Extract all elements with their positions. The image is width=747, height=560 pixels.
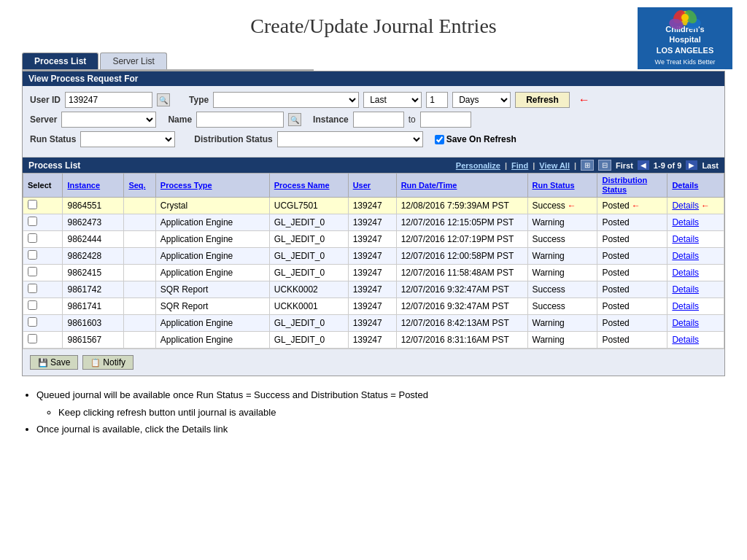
tab-server-list[interactable]: Server List [100, 52, 166, 69]
cell-dist-status: Posted [597, 298, 667, 315]
process-list-title: Process List [28, 160, 80, 171]
last-number-input[interactable] [426, 92, 448, 108]
cell-instance: 9861603 [63, 315, 124, 332]
cell-instance: 9861742 [63, 281, 124, 298]
days-select[interactable]: Days Hours Minutes [452, 92, 511, 108]
cell-details: Details← [667, 198, 724, 214]
filter-row-2: Server Name 🔍 Instance to [30, 112, 717, 128]
row-checkbox[interactable] [28, 250, 37, 260]
grid-icon-button[interactable]: ⊞ [581, 160, 594, 171]
cell-instance: 9861567 [63, 332, 124, 349]
row-checkbox[interactable] [28, 200, 37, 209]
details-link[interactable]: Details [672, 251, 699, 261]
details-link[interactable]: Details [672, 284, 699, 295]
th-user[interactable]: User [348, 174, 396, 198]
prev-page-button[interactable]: ◀ [638, 160, 649, 170]
th-process-type[interactable]: Process Type [155, 174, 269, 198]
distribution-status-select[interactable] [277, 131, 423, 147]
cell-seq [124, 231, 155, 248]
find-link[interactable]: Find [511, 161, 528, 170]
page-header: Create/Update Journal Entries Children's… [0, 0, 747, 45]
details-link[interactable]: Details [672, 201, 699, 211]
user-id-input[interactable] [65, 92, 152, 108]
th-details[interactable]: Details [667, 174, 724, 198]
cell-dist-status: Posted [597, 214, 667, 231]
cell-run-datetime: 12/07/2016 11:58:48AM PST [396, 265, 527, 281]
cell-run-datetime: 12/08/2016 7:59:39AM PST [396, 198, 527, 214]
row-checkbox[interactable] [28, 267, 37, 276]
filter-area: User ID 🔍 Type Crystal Application Engin… [23, 86, 724, 158]
row-checkbox[interactable] [28, 284, 37, 293]
cell-process-type: Application Engine [155, 315, 269, 332]
table-icon-button[interactable]: ⊟ [598, 160, 611, 171]
run-status-arrow: ← [568, 201, 576, 211]
personalize-link[interactable]: Personalize [456, 161, 500, 170]
th-select[interactable]: Select [23, 174, 63, 198]
cell-process-name: UCKK0002 [269, 281, 348, 298]
details-link[interactable]: Details [672, 217, 699, 228]
view-process-section-header: View Process Request For [23, 71, 724, 86]
server-select[interactable] [61, 112, 156, 128]
notes-section: Queued journal will be available once Ru… [22, 388, 725, 437]
cell-run-status: Success← [527, 198, 597, 214]
last-select[interactable]: Last [363, 92, 422, 108]
cell-details: Details [667, 298, 724, 315]
pagination-first: First [616, 161, 633, 170]
distribution-status-label: Distribution Status [194, 134, 272, 144]
cell-seq [124, 214, 155, 231]
cell-run-datetime: 12/07/2016 12:15:05PM PST [396, 214, 527, 231]
row-checkbox[interactable] [28, 334, 37, 343]
row-checkbox[interactable] [28, 233, 37, 243]
details-link[interactable]: Details [672, 301, 699, 311]
row-checkbox[interactable] [28, 317, 37, 327]
cell-run-datetime: 12/07/2016 12:00:58PM PST [396, 248, 527, 265]
tab-process-list[interactable]: Process List [22, 52, 98, 69]
th-seq[interactable]: Seq. [124, 174, 155, 198]
type-select[interactable]: Crystal Application Engine SQR Report [213, 92, 359, 108]
save-icon: 💾 [38, 358, 48, 368]
cell-run-status: Success [527, 281, 597, 298]
refresh-button[interactable]: Refresh [515, 92, 570, 108]
pagination-info: 1-9 of 9 [654, 161, 682, 170]
name-search-button[interactable]: 🔍 [288, 113, 301, 126]
cell-user: 139247 [348, 248, 396, 265]
th-run-datetime[interactable]: Run Date/Time [396, 174, 527, 198]
details-link[interactable]: Details [672, 234, 699, 244]
next-page-button[interactable]: ▶ [686, 160, 697, 170]
logo-text: Children's Hospital LOS ANGELES [657, 24, 713, 55]
th-process-name[interactable]: Process Name [269, 174, 348, 198]
table-row: 9864551CrystalUCGL750113924712/08/2016 7… [23, 198, 724, 214]
th-instance[interactable]: Instance [63, 174, 124, 198]
th-run-status[interactable]: Run Status [527, 174, 597, 198]
cell-run-status: Success [527, 231, 597, 248]
save-button[interactable]: 💾 Save [30, 355, 78, 370]
cell-dist-status: Posted← [597, 198, 667, 214]
cell-instance: 9862415 [63, 265, 124, 281]
cell-process-type: Crystal [155, 198, 269, 214]
instance-to-input[interactable] [420, 112, 471, 128]
th-distribution-status[interactable]: DistributionStatus [597, 174, 667, 198]
details-link[interactable]: Details [672, 268, 699, 278]
instance-from-input[interactable] [353, 112, 404, 128]
user-id-search-button[interactable]: 🔍 [157, 93, 170, 106]
row-checkbox[interactable] [28, 217, 37, 226]
table-row: 9862415Application EngineGL_JEDIT_013924… [23, 265, 724, 281]
details-link[interactable]: Details [672, 335, 699, 345]
cell-instance: 9864551 [63, 198, 124, 214]
save-on-refresh-checkbox[interactable] [435, 135, 444, 144]
notify-button[interactable]: 📋 Notify [82, 355, 133, 370]
view-all-link[interactable]: View All [539, 161, 570, 170]
cell-process-type: SQR Report [155, 281, 269, 298]
cell-seq [124, 265, 155, 281]
save-on-refresh-label[interactable]: Save On Refresh [435, 134, 516, 144]
process-table: Select Instance Seq. Process Type Proces… [23, 173, 724, 349]
table-header-row: Select Instance Seq. Process Type Proces… [23, 174, 724, 198]
process-list-header: Process List Personalize | Find | View A… [23, 158, 724, 173]
run-status-select[interactable] [80, 131, 175, 147]
table-row: 9861741SQR ReportUCKK000113924712/07/201… [23, 298, 724, 315]
cell-instance: 9862473 [63, 214, 124, 231]
row-checkbox[interactable] [28, 300, 37, 310]
name-input[interactable] [196, 112, 284, 128]
details-link[interactable]: Details [672, 318, 699, 328]
cell-run-datetime: 12/07/2016 9:32:47AM PST [396, 298, 527, 315]
